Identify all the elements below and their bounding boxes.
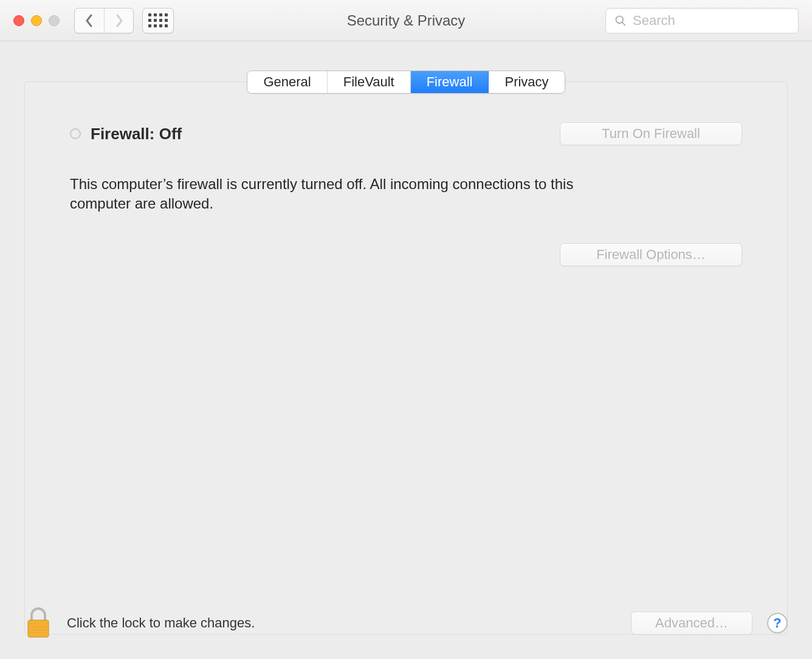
window-controls xyxy=(13,15,60,26)
svg-rect-2 xyxy=(28,620,49,637)
tab-privacy[interactable]: Privacy xyxy=(489,71,564,93)
search-input[interactable] xyxy=(633,13,790,29)
tab-general[interactable]: General xyxy=(247,71,327,93)
lock-icon xyxy=(24,607,52,640)
footer: Click the lock to make changes. Advanced… xyxy=(24,607,788,640)
preferences-window: Security & Privacy General FileVault Fir… xyxy=(0,0,812,659)
search-field-wrap[interactable] xyxy=(605,8,799,33)
window-zoom-button xyxy=(49,15,60,26)
advanced-button: Advanced… xyxy=(631,612,752,635)
tab-firewall[interactable]: Firewall xyxy=(411,71,489,93)
window-minimize-button[interactable] xyxy=(31,15,42,26)
nav-group xyxy=(74,8,134,33)
help-button[interactable]: ? xyxy=(767,613,788,633)
tab-filevault[interactable]: FileVault xyxy=(328,71,411,93)
window-close-button[interactable] xyxy=(13,15,24,26)
firewall-panel: Firewall: Off Turn On Firewall This comp… xyxy=(24,81,788,635)
firewall-status-label: Firewall: Off xyxy=(91,125,182,143)
back-button[interactable] xyxy=(75,9,104,33)
tabs: General FileVault Firewall Privacy xyxy=(24,71,788,94)
lock-button[interactable] xyxy=(24,607,52,640)
turn-on-firewall-button: Turn On Firewall xyxy=(560,122,742,145)
show-all-button[interactable] xyxy=(142,8,174,33)
search-icon xyxy=(614,15,627,27)
svg-line-1 xyxy=(622,22,625,25)
grid-icon xyxy=(148,13,168,27)
firewall-status-row: Firewall: Off Turn On Firewall xyxy=(70,122,742,145)
question-mark-icon: ? xyxy=(773,615,781,631)
titlebar: Security & Privacy xyxy=(0,0,812,41)
tabs-inner: General FileVault Firewall Privacy xyxy=(247,71,565,94)
body-area: General FileVault Firewall Privacy Firew… xyxy=(0,41,812,659)
firewall-options-button: Firewall Options… xyxy=(560,243,742,266)
chevron-right-icon xyxy=(114,13,124,29)
lock-hint-text: Click the lock to make changes. xyxy=(67,615,255,631)
status-indicator-off-icon xyxy=(70,128,81,139)
firewall-description: This computer’s firewall is currently tu… xyxy=(70,174,605,214)
chevron-left-icon xyxy=(84,13,94,29)
forward-button xyxy=(104,9,133,33)
